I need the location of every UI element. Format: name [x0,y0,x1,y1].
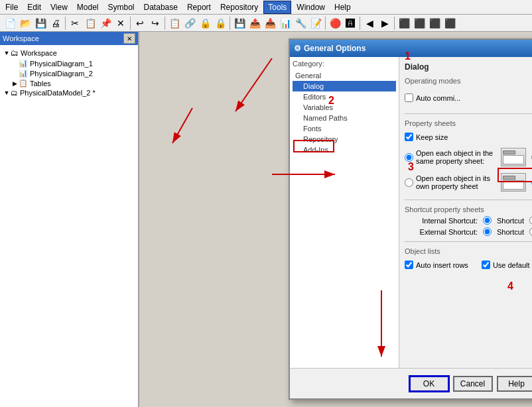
workspace-content: ⚙ General Options — □ ✕ Category: Genera… [139,32,532,407]
tables-icon: 📋 [19,79,28,87]
external-target-radio[interactable] [529,227,532,236]
prop-icon-same [501,148,526,166]
menu-database[interactable]: Database [140,1,182,13]
tree-item-model2[interactable]: ▼ 🗂 PhysicalDataModel_2 * [1,88,137,97]
tb-delete[interactable]: ✕ [113,16,128,30]
menu-help[interactable]: Help [330,1,355,13]
tb-new[interactable]: 📄 [3,16,17,30]
menu-view[interactable]: View [46,1,72,13]
cat-named-paths[interactable]: Named Paths [293,113,396,123]
prop-icon-body [503,155,524,164]
tb-undo[interactable]: ↩ [133,16,147,30]
tb-b12[interactable]: 🅰 [343,16,358,30]
prop-icon-own [501,173,526,192]
diagram1-icon: 📊 [19,59,28,68]
tb-b15[interactable]: ⬛ [397,16,411,30]
internal-shortcut-text: Shortcut [497,217,524,225]
cat-variables[interactable]: Variables [293,102,396,113]
tree-item-diagram1[interactable]: 📊 PhysicalDiagram_1 [1,58,137,68]
expand-icon: ▶ [11,80,19,87]
tree-label-model2: PhysicalDataModel_2 * [20,89,96,97]
auto-insert-label: Auto insert rows [416,261,468,269]
divider1 [405,113,532,114]
ok-button[interactable]: OK [409,376,449,392]
menubar: File Edit View Model Symbol Database Rep… [0,0,532,15]
menu-report[interactable]: Report [183,1,215,13]
tb-b9[interactable]: 🔧 [293,16,308,30]
auto-insert-row: Auto insert rows [405,261,468,269]
tb-copy[interactable]: 📋 [83,16,98,30]
auto-complete-row: Auto commi... [405,93,460,102]
keep-size-check[interactable] [405,133,413,141]
internal-shortcut-row: Internal Shortcut: Shortcut Target objec… [405,216,532,225]
menu-edit[interactable]: Edit [23,1,45,13]
tree-item-workspace[interactable]: ▼ 🗂 Workspace [1,48,137,58]
tree-area: ▼ 🗂 Workspace 📊 PhysicalDiagram_1 📊 Phys… [0,45,138,100]
open-same-radio[interactable] [405,153,413,162]
cat-general[interactable]: General [293,70,396,81]
tree-item-tables[interactable]: ▶ 📋 Tables [1,78,137,88]
open-own-radio[interactable] [405,178,413,187]
cat-fonts[interactable]: Fonts [293,123,396,134]
tb-cut[interactable]: ✂ [68,16,82,30]
prop-icon-body3 [503,180,524,190]
menu-repository[interactable]: Repository [216,1,262,13]
internal-shortcut-radio[interactable] [483,216,492,225]
property-sheets-label: Property sheets [405,119,532,127]
dialog-buttons: OK Cancel Help [290,368,532,398]
cat-repository[interactable]: Repository [293,134,396,145]
tb-b16[interactable]: ⬛ [412,16,427,30]
help-button[interactable]: Help [497,376,533,392]
tb-b2[interactable]: 🔗 [182,16,197,30]
tb-b6[interactable]: 📤 [247,16,262,30]
tb-b5[interactable]: 💾 [232,16,247,30]
menu-file[interactable]: File [1,1,22,13]
cat-editors[interactable]: Editors [293,91,396,102]
cancel-button[interactable]: Cancel [453,376,493,392]
dialog-content: Category: General Dialog Editors Variabl… [290,57,532,368]
tb-b4[interactable]: 🔒 [213,16,228,30]
tb-paste[interactable]: 📌 [98,16,113,30]
divider2 [405,200,532,200]
svg-line-2 [172,108,192,143]
use-default-label: Use default name [493,261,532,269]
use-default-check[interactable] [482,261,490,269]
menu-tools[interactable]: Tools [263,1,291,14]
diagram2-icon: 📊 [19,69,28,78]
tb-b11[interactable]: 🔴 [328,16,342,30]
auto-complete-check[interactable] [405,93,413,102]
radio-row2: Open each object in its own property she… [405,170,532,194]
auto-insert-check[interactable] [405,261,413,269]
tb-b7[interactable]: 📥 [263,16,277,30]
tb-b18[interactable]: ⬛ [442,16,457,30]
prop-icon-inner3 [501,174,525,191]
external-label: External Shortcut: [405,228,478,236]
tb-b1[interactable]: 📋 [167,16,182,30]
tb-b10[interactable]: 📝 [308,16,323,30]
tb-b14[interactable]: ▶ [377,16,392,30]
tb-b3[interactable]: 🔒 [198,16,212,30]
prop-icon-tab [503,150,515,154]
tb-save[interactable]: 💾 [33,16,48,30]
right-panel: Dialog Operating modes Auto commi... Nam… [399,57,532,368]
tree-label-diagram2: PhysicalDiagram_2 [30,70,93,78]
internal-label: Internal Shortcut: [405,217,478,225]
external-shortcut-radio[interactable] [483,227,492,236]
internal-target-radio[interactable] [529,216,532,225]
panel-title: Workspace [3,34,39,42]
panel-close[interactable]: ✕ [123,33,135,44]
category-panel: Category: General Dialog Editors Variabl… [290,57,399,368]
menu-symbol[interactable]: Symbol [104,1,139,13]
cat-dialog[interactable]: Dialog [293,81,396,91]
tb-redo[interactable]: ↪ [148,16,163,30]
cat-addins[interactable]: Add-Ins [293,145,396,155]
tb-b17[interactable]: ⬛ [427,16,442,30]
tb-open[interactable]: 📂 [18,16,33,30]
tb-b13[interactable]: ◀ [362,16,377,30]
menu-model[interactable]: Model [73,1,103,13]
tree-item-diagram2[interactable]: 📊 PhysicalDiagram_2 [1,68,137,78]
tb-b8[interactable]: 📊 [278,16,293,30]
tb-print[interactable]: 🖨 [48,16,63,30]
menu-window[interactable]: Window [293,1,329,13]
keep-size-label: Keep size [416,133,448,141]
